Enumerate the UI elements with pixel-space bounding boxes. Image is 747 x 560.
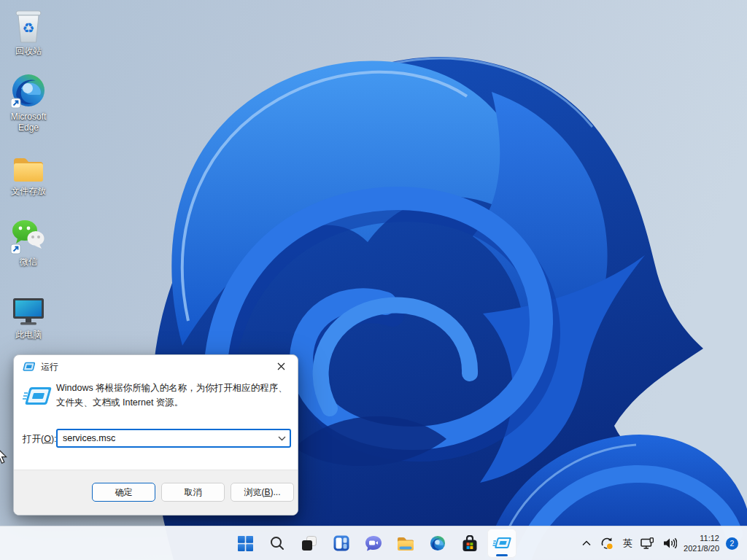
- tray-update-status[interactable]: [598, 532, 616, 554]
- wechat-icon: [10, 218, 47, 254]
- folder-icon: [12, 147, 45, 184]
- task-view-button[interactable]: [295, 529, 324, 558]
- clock-date: 2021/8/20: [684, 543, 719, 553]
- desktop-icon-label: 此电脑: [15, 330, 42, 341]
- run-input[interactable]: [58, 433, 274, 443]
- open-label: 打开(O):: [23, 433, 57, 446]
- store-button[interactable]: [455, 529, 484, 558]
- desktop-icon-recycle-bin[interactable]: ♻ 回收站: [0, 7, 57, 57]
- windows-start-icon: [238, 536, 253, 551]
- taskbar-center-icons: [231, 529, 516, 558]
- chevron-up-icon: [581, 540, 592, 547]
- dialog-description: Windows 将根据你所输入的名称，为你打开相应的程序、 文件夹、文档或 In…: [56, 381, 293, 410]
- file-explorer-button[interactable]: [391, 529, 420, 558]
- file-explorer-icon: [397, 536, 414, 551]
- sync-update-icon: [600, 537, 615, 551]
- desktop: ♻ 回收站 Microsoft Ed: [0, 0, 747, 560]
- widgets-icon: [333, 535, 349, 551]
- chevron-down-icon[interactable]: [274, 436, 290, 441]
- widgets-button[interactable]: [327, 529, 356, 558]
- desktop-icon-label: 微信: [20, 257, 37, 268]
- desktop-icon-this-pc[interactable]: 此电脑: [0, 291, 57, 341]
- desktop-icon-label: 文件存放: [11, 186, 46, 197]
- close-icon: [277, 362, 285, 370]
- recycle-bin-icon: ♻: [13, 7, 44, 44]
- tray-chevron-up[interactable]: [580, 532, 593, 554]
- ime-indicator[interactable]: 英: [622, 532, 634, 554]
- run-dialog-window: 运行 Windows 将根据你所输入的名称，为你打开相应的程序、 文件夹、文档或…: [13, 354, 298, 516]
- tray-network[interactable]: [639, 532, 657, 554]
- desktop-icon-microsoft-edge[interactable]: Microsoft Edge: [0, 73, 57, 133]
- clock-time: 11:12: [684, 533, 719, 543]
- taskbar-tray: 英 11:12 2021/8/20: [580, 526, 747, 560]
- dialog-title: 运行: [41, 361, 58, 373]
- edge-button[interactable]: [423, 529, 452, 558]
- run-app-button[interactable]: [487, 529, 516, 558]
- microsoft-store-icon: [462, 535, 478, 552]
- edge-icon: [430, 535, 446, 551]
- svg-text:♻: ♻: [22, 20, 34, 36]
- browse-button[interactable]: 浏览(B)...: [231, 483, 294, 502]
- mouse-cursor: [0, 446, 9, 465]
- desktop-icon-label: Microsoft Edge: [1, 112, 56, 133]
- task-view-icon: [301, 535, 317, 551]
- chat-button[interactable]: [359, 529, 388, 558]
- clock[interactable]: 11:12 2021/8/20: [684, 533, 719, 553]
- tray-volume[interactable]: [662, 532, 678, 554]
- desktop-icon-label: 回收站: [15, 46, 42, 57]
- ok-button[interactable]: 确定: [92, 483, 155, 502]
- start-button[interactable]: [231, 529, 260, 558]
- notification-badge[interactable]: 2: [726, 537, 738, 550]
- search-icon: [270, 536, 285, 551]
- run-window-icon: [23, 362, 35, 372]
- dialog-titlebar[interactable]: 运行: [14, 355, 298, 378]
- close-button[interactable]: [265, 355, 298, 378]
- taskbar: 英 11:12 2021/8/20: [0, 526, 747, 560]
- speaker-icon: [663, 537, 677, 549]
- cancel-button[interactable]: 取消: [161, 483, 225, 502]
- desktop-icon-wechat[interactable]: 微信: [0, 218, 57, 268]
- network-ethernet-icon: [640, 537, 655, 550]
- this-pc-icon: [12, 291, 45, 327]
- chat-icon: [365, 535, 382, 552]
- desktop-icon-file-folder[interactable]: 文件存放: [0, 147, 57, 197]
- run-dialog-icon: [23, 386, 52, 409]
- dialog-footer: 确定 取消 浏览(B)...: [14, 470, 298, 515]
- edge-icon: [11, 73, 46, 109]
- run-combobox[interactable]: [56, 429, 291, 448]
- search-button[interactable]: [263, 529, 292, 558]
- run-app-icon: [492, 535, 511, 551]
